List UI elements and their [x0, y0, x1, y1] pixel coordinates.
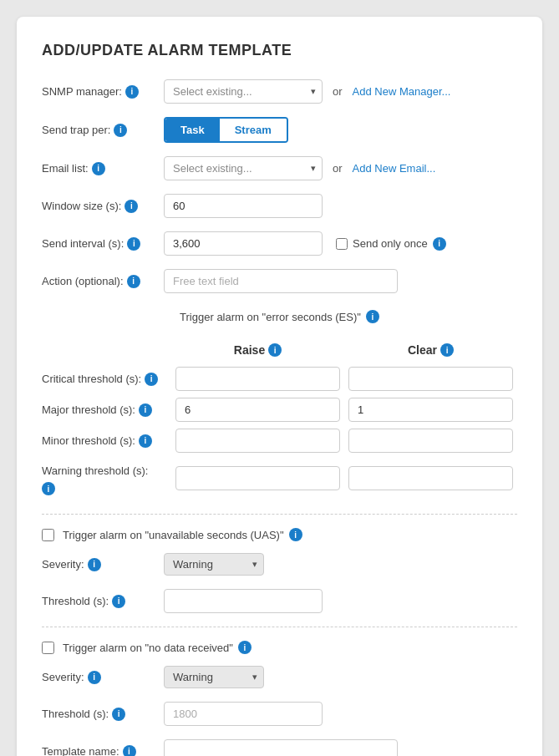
send-trap-per-row: Send trap per: i Task Stream — [42, 117, 517, 143]
uas-severity-select-wrapper: Warning Critical Major Minor ▾ — [164, 553, 264, 576]
send-interval-input[interactable] — [164, 231, 323, 256]
major-raise-input[interactable] — [175, 398, 340, 422]
email-list-select-wrapper: Select existing... ▾ — [164, 156, 323, 180]
snmp-manager-select[interactable]: Select existing... — [164, 79, 323, 104]
send-trap-per-info-icon[interactable]: i — [114, 124, 127, 137]
no-data-threshold-info-icon[interactable]: i — [112, 708, 125, 721]
threshold-grid: Raise i Clear i Critical threshold (s): … — [42, 337, 517, 500]
minor-threshold-label: Minor threshold (s): i — [42, 425, 171, 456]
divider-2 — [42, 627, 517, 627]
trigger-no-data-info-icon[interactable]: i — [238, 641, 252, 654]
divider-1 — [42, 514, 517, 515]
send-interval-info-icon[interactable]: i — [127, 237, 140, 251]
window-size-input[interactable] — [164, 194, 323, 218]
minor-raise-input[interactable] — [175, 429, 340, 453]
critical-clear-input[interactable] — [348, 367, 513, 391]
minor-info-icon[interactable]: i — [139, 434, 152, 448]
raise-info-icon[interactable]: i — [268, 343, 282, 357]
email-list-select[interactable]: Select existing... — [164, 156, 323, 180]
stream-toggle-btn[interactable]: Stream — [220, 119, 287, 141]
window-size-info-icon[interactable]: i — [125, 200, 138, 213]
major-threshold-label: Major threshold (s): i — [42, 394, 171, 425]
raise-header: Raise i — [171, 337, 344, 363]
no-data-threshold-input[interactable] — [164, 702, 323, 726]
trigger-es-info-icon[interactable]: i — [366, 310, 379, 323]
warning-raise-input[interactable] — [175, 466, 340, 490]
trigger-no-data-checkbox[interactable] — [42, 642, 54, 654]
trigger-no-data-header-row: Trigger alarm on "no data received" i — [42, 641, 517, 654]
trigger-uas-info-icon[interactable]: i — [289, 528, 302, 541]
email-or-text: or — [333, 162, 343, 175]
trigger-uas-header-row: Trigger alarm on "unavailable seconds (U… — [42, 528, 517, 541]
minor-clear-input[interactable] — [348, 429, 513, 453]
email-list-info-icon[interactable]: i — [92, 162, 105, 175]
warning-threshold-label: Warning threshold (s): i — [42, 456, 171, 500]
trigger-no-data-section: Trigger alarm on "no data received" i Se… — [42, 641, 517, 726]
add-new-email-link[interactable]: Add New Email... — [353, 162, 436, 175]
trigger-uas-section: Trigger alarm on "unavailable seconds (U… — [42, 528, 517, 613]
email-list-label: Email list: i — [42, 162, 159, 175]
snmp-manager-label: SNMP manager: i — [42, 85, 159, 99]
no-data-severity-select[interactable]: Warning Critical Major Minor — [164, 666, 264, 688]
send-only-once-info-icon[interactable]: i — [433, 237, 446, 251]
uas-severity-select[interactable]: Warning Critical Major Minor — [164, 553, 264, 576]
major-info-icon[interactable]: i — [139, 403, 152, 417]
send-interval-label: Send interval (s): i — [42, 237, 159, 251]
send-trap-toggle-group: Task Stream — [164, 117, 288, 143]
uas-severity-label: Severity: i — [42, 558, 159, 571]
clear-header: Clear i — [344, 337, 517, 363]
no-data-severity-row: Severity: i Warning Critical Major Minor… — [42, 666, 517, 688]
trigger-uas-title: Trigger alarm on "unavailable seconds (U… — [63, 528, 302, 541]
template-name-row: Template name: i — [42, 739, 517, 756]
window-size-label: Window size (s): i — [42, 200, 159, 213]
critical-threshold-label: Critical threshold (s): i — [42, 363, 171, 394]
warning-threshold-info-icon[interactable]: i — [42, 482, 55, 495]
template-name-input[interactable] — [164, 739, 398, 756]
trigger-uas-checkbox[interactable] — [42, 529, 54, 541]
alarm-template-card: ADD/UPDATE ALARM TEMPLATE SNMP manager: … — [17, 17, 542, 756]
template-name-info-icon[interactable]: i — [123, 745, 136, 757]
send-only-once-checkbox[interactable] — [336, 238, 348, 250]
no-data-threshold-row: Threshold (s): i — [42, 702, 517, 726]
action-input[interactable] — [164, 269, 398, 293]
snmp-manager-row: SNMP manager: i Select existing... ▾ or … — [42, 79, 517, 104]
no-data-severity-select-wrapper: Warning Critical Major Minor ▾ — [164, 666, 264, 688]
send-trap-per-label: Send trap per: i — [42, 124, 159, 137]
clear-info-icon[interactable]: i — [440, 343, 454, 357]
trigger-no-data-title: Trigger alarm on "no data received" i — [63, 641, 252, 654]
snmp-or-text: or — [333, 85, 343, 98]
critical-info-icon[interactable]: i — [145, 373, 158, 386]
no-data-threshold-label: Threshold (s): i — [42, 708, 159, 721]
no-data-severity-info-icon[interactable]: i — [88, 671, 101, 684]
uas-threshold-label: Threshold (s): i — [42, 595, 159, 608]
task-toggle-btn[interactable]: Task — [165, 119, 220, 141]
uas-threshold-row: Threshold (s): i — [42, 589, 517, 613]
uas-severity-row: Severity: i Warning Critical Major Minor… — [42, 553, 517, 576]
uas-threshold-info-icon[interactable]: i — [112, 595, 125, 608]
major-clear-input[interactable] — [348, 398, 513, 422]
action-label: Action (optional): i — [42, 275, 159, 288]
email-list-row: Email list: i Select existing... ▾ or Ad… — [42, 156, 517, 180]
warning-clear-input[interactable] — [348, 466, 513, 490]
snmp-manager-select-wrapper: Select existing... ▾ — [164, 79, 323, 104]
trigger-es-header: Trigger alarm on "error seconds (ES)" i — [42, 310, 517, 323]
send-only-once-label: Send only once i — [336, 237, 446, 251]
page-title: ADD/UPDATE ALARM TEMPLATE — [42, 42, 517, 59]
action-info-icon[interactable]: i — [127, 275, 140, 288]
action-row: Action (optional): i — [42, 269, 517, 293]
send-interval-row: Send interval (s): i Send only once i — [42, 231, 517, 256]
add-new-manager-link[interactable]: Add New Manager... — [353, 85, 451, 98]
window-size-row: Window size (s): i — [42, 194, 517, 218]
threshold-col-empty — [42, 337, 171, 363]
no-data-severity-label: Severity: i — [42, 671, 159, 684]
uas-severity-info-icon[interactable]: i — [88, 558, 101, 571]
template-name-label: Template name: i — [42, 745, 159, 757]
snmp-manager-info-icon[interactable]: i — [125, 85, 139, 99]
uas-threshold-input[interactable] — [164, 589, 323, 613]
critical-raise-input[interactable] — [175, 367, 340, 391]
